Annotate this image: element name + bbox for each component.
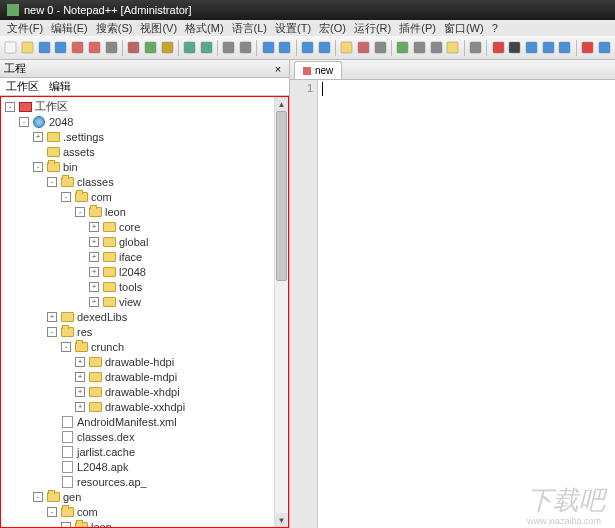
zoom-in-icon[interactable] [260,39,276,57]
tree-node[interactable]: -com [1,189,288,204]
func-list-icon[interactable] [428,39,444,57]
menu-run[interactable]: 运行(R) [351,21,394,36]
tree-node[interactable]: +view [1,294,288,309]
record-icon[interactable] [490,39,506,57]
tree-node[interactable]: AndroidManifest.xml [1,414,288,429]
expand-icon[interactable]: + [75,372,85,382]
close-icon[interactable] [70,39,86,57]
expand-icon[interactable]: + [89,267,99,277]
scroll-down-icon[interactable]: ▼ [275,513,288,527]
tree-node[interactable]: +iface [1,249,288,264]
expand-icon[interactable]: + [47,312,57,322]
tree-node[interactable]: +drawable-hdpi [1,354,288,369]
tree-node[interactable]: -工作区 [1,99,288,114]
tree-node[interactable]: classes.dex [1,429,288,444]
scroll-thumb[interactable] [276,111,287,281]
collapse-icon[interactable]: - [5,102,15,112]
sync-v-icon[interactable] [300,39,316,57]
submenu-edit[interactable]: 编辑 [49,79,71,94]
tree-node[interactable]: +global [1,234,288,249]
expand-icon[interactable]: + [89,297,99,307]
tree-node[interactable]: +.settings [1,129,288,144]
tree-node[interactable]: jarlist.cache [1,444,288,459]
collapse-icon[interactable]: - [61,522,71,529]
tree-node[interactable]: -leon [1,519,288,528]
collapse-icon[interactable]: - [75,207,85,217]
collapse-icon[interactable]: - [47,177,57,187]
submenu-workspace[interactable]: 工作区 [6,79,39,94]
play-multi-icon[interactable] [540,39,556,57]
tree-node[interactable]: -leon [1,204,288,219]
tree-node[interactable]: +tools [1,279,288,294]
expand-icon[interactable]: + [89,252,99,262]
menu-view[interactable]: 视图(V) [137,21,180,36]
tree-node[interactable]: +dexedLibs [1,309,288,324]
collapse-icon[interactable]: - [61,192,71,202]
collapse-icon[interactable]: - [33,162,43,172]
panel-close-button[interactable]: × [271,63,285,75]
menu-plugins[interactable]: 插件(P) [396,21,439,36]
spellcheck-icon[interactable] [580,39,596,57]
lang-udl-icon[interactable] [395,39,411,57]
expand-icon[interactable]: + [75,387,85,397]
menu-file[interactable]: 文件(F) [4,21,46,36]
copy-icon[interactable] [143,39,159,57]
menu-window[interactable]: 窗口(W) [441,21,487,36]
tree-node[interactable]: -crunch [1,339,288,354]
tree-node[interactable]: L2048.apk [1,459,288,474]
tab-new[interactable]: new [294,61,342,79]
tree-node[interactable]: -gen [1,489,288,504]
paste-icon[interactable] [159,39,175,57]
all-chars-icon[interactable] [356,39,372,57]
undo-icon[interactable] [182,39,198,57]
sync-h-icon[interactable] [316,39,332,57]
menu-search[interactable]: 搜索(S) [93,21,136,36]
close-all-icon[interactable] [87,39,103,57]
tree-node[interactable]: assets [1,144,288,159]
expand-icon[interactable]: + [33,132,43,142]
save-macro-icon[interactable] [557,39,573,57]
code-area[interactable] [318,80,615,528]
menu-language[interactable]: 语言(L) [229,21,270,36]
collapse-icon[interactable]: - [61,342,71,352]
spellcheck-next-icon[interactable] [596,39,612,57]
expand-icon[interactable]: + [75,357,85,367]
tree-node[interactable]: +core [1,219,288,234]
menu-help[interactable]: ? [489,22,501,34]
zoom-out-icon[interactable] [277,39,293,57]
print-icon[interactable] [103,39,119,57]
open-file-icon[interactable] [20,39,36,57]
expand-icon[interactable]: + [89,282,99,292]
expand-icon[interactable]: + [89,237,99,247]
indent-guide-icon[interactable] [372,39,388,57]
tree-node[interactable]: +drawable-xxhdpi [1,399,288,414]
wrap-icon[interactable] [339,39,355,57]
menu-edit[interactable]: 编辑(E) [48,21,91,36]
redo-icon[interactable] [198,39,214,57]
replace-icon[interactable] [238,39,254,57]
play-icon[interactable] [524,39,540,57]
tree-node[interactable]: -classes [1,174,288,189]
stop-icon[interactable] [507,39,523,57]
tree-scrollbar[interactable]: ▲ ▼ [274,97,288,527]
doc-map-icon[interactable] [412,39,428,57]
collapse-icon[interactable]: - [33,492,43,502]
cut-icon[interactable] [126,39,142,57]
menu-format[interactable]: 格式(M) [182,21,227,36]
tree-node[interactable]: -com [1,504,288,519]
collapse-icon[interactable]: - [47,507,57,517]
find-icon[interactable] [221,39,237,57]
tree-node[interactable]: -res [1,324,288,339]
tree-node[interactable]: -bin [1,159,288,174]
menu-macro[interactable]: 宏(O) [316,21,349,36]
expand-icon[interactable]: + [75,402,85,412]
expand-icon[interactable]: + [89,222,99,232]
tree-node[interactable]: +l2048 [1,264,288,279]
tree-node[interactable]: +drawable-xhdpi [1,384,288,399]
folder-view-icon[interactable] [445,39,461,57]
editor-area[interactable]: 1 [290,80,615,528]
scroll-up-icon[interactable]: ▲ [275,97,288,111]
new-file-icon[interactable] [3,39,19,57]
menu-settings[interactable]: 设置(T) [272,21,314,36]
save-icon[interactable] [36,39,52,57]
